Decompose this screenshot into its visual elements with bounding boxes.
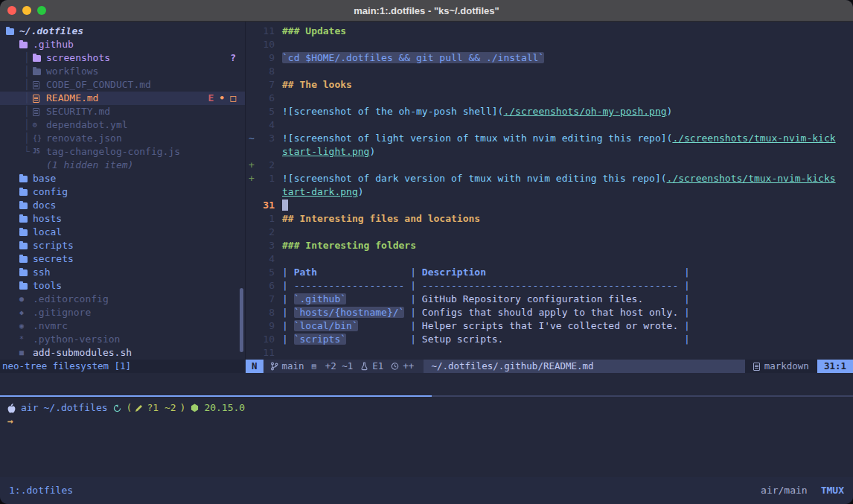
tree-item-renovate-json[interactable]: │{}renovate.json <box>0 132 245 145</box>
line-number: 4 <box>257 252 275 266</box>
shell-pane[interactable]: air ~/.dotfiles (?1 ~2) 20.15.0 → <box>0 397 853 428</box>
editor-line[interactable]: + 1![screenshot of dark version of tmux … <box>246 172 853 185</box>
editor-line[interactable]: start-light.png) <box>246 145 853 159</box>
line-number: 3 <box>257 239 275 252</box>
tree-item-label: workflows <box>46 65 98 78</box>
pencil-icon <box>135 404 143 412</box>
file-tree: ~/.dotfiles.github│screenshots?│workflow… <box>0 22 246 360</box>
tree-guide: └ <box>24 146 33 157</box>
tree-item-base[interactable]: base <box>0 172 245 185</box>
tree-item-label: dependabot.yml <box>46 118 128 132</box>
gutter-sign <box>246 51 257 65</box>
statusline-info: main▤+2 ~1E1++ <box>263 360 424 373</box>
tree-item-label: .editorconfig <box>33 293 109 306</box>
editor-line[interactable]: 11### Updates <box>246 25 853 38</box>
line-text: | `scripts` | Setup scripts. | <box>282 333 853 346</box>
tree-item-docs[interactable]: docs <box>0 199 245 212</box>
editor-line[interactable]: 7## The looks <box>246 78 853 92</box>
folder-open-icon <box>6 28 19 35</box>
editor-line[interactable]: 8| `hosts/{hostname}/` | Configs that sh… <box>246 306 853 319</box>
git-refresh-icon <box>113 404 121 412</box>
folder-icon <box>19 176 33 182</box>
tmux-window-item[interactable]: 1:.dotfiles <box>9 484 73 497</box>
tree-item-dependabot-yml[interactable]: │⚙dependabot.yml <box>0 118 245 132</box>
editor-lines: 11### Updates 10 9`cd $HOME/.dotfiles &&… <box>246 22 853 360</box>
titlebar: main:1:.dotfiles - "ks~/.dotfiles" <box>0 0 853 22</box>
tree-item-readme-md[interactable]: │README.mdE•□ <box>0 92 245 105</box>
editor-line[interactable]: 4 <box>246 252 853 266</box>
tree-item-workflows[interactable]: │workflows <box>0 65 245 78</box>
tree-item-ssh[interactable]: ssh <box>0 266 245 279</box>
line-text <box>282 38 853 51</box>
js-icon: JS <box>33 145 46 159</box>
minimize-button[interactable] <box>22 6 31 15</box>
editor-line[interactable]: 7| `.github` | GitHub Repository configu… <box>246 293 853 306</box>
gutter-sign <box>246 25 257 38</box>
tree-item-dotfiles[interactable]: ~/.dotfiles <box>0 25 245 38</box>
node-icon <box>191 403 199 412</box>
editor-line[interactable]: 6 <box>246 92 853 105</box>
editor-line[interactable]: tart-dark.png) <box>246 185 853 199</box>
tree-item-github[interactable]: .github <box>0 38 245 51</box>
terminal-window: main:1:.dotfiles - "ks~/.dotfiles" ~/.do… <box>0 0 853 504</box>
zoom-button[interactable] <box>37 6 46 15</box>
line-text: tart-dark.png) <box>282 185 853 199</box>
gutter-sign <box>246 252 257 266</box>
gutter-sign: + <box>246 172 257 185</box>
editor-line[interactable]: 5![screenshot of the oh-my-posh shell](.… <box>246 105 853 118</box>
tree-item-nvmrc[interactable]: ◉.nvmrc <box>0 319 245 333</box>
tree-item-security-md[interactable]: │SECURITY.md <box>0 105 245 118</box>
tree-item-tools[interactable]: tools <box>0 279 245 293</box>
editor-line[interactable]: 2 <box>246 226 853 239</box>
editor-line[interactable]: 8 <box>246 65 853 78</box>
editor-line[interactable]: 9| `local/bin` | Helper scripts that I'v… <box>246 319 853 333</box>
tree-item-secrets[interactable]: secrets <box>0 252 245 266</box>
editor-line[interactable]: 1## Interesting files and locations <box>246 212 853 226</box>
editor-line[interactable]: 31 <box>246 199 853 212</box>
line-text <box>282 226 853 239</box>
tree-item-gitignore[interactable]: ◆.gitignore <box>0 306 245 319</box>
line-text: ## The looks <box>282 78 853 92</box>
tree-item-label: hosts <box>33 212 62 226</box>
tree-item-python-version[interactable]: *.python-version <box>0 333 245 346</box>
editor-line[interactable]: + 2 <box>246 159 853 172</box>
tree-item-add-submodules-sh[interactable]: ■add-submodules.sh <box>0 346 245 360</box>
line-number: 1 <box>257 212 275 226</box>
tree-item-screenshots[interactable]: │screenshots? <box>0 51 245 65</box>
asterisk-icon: * <box>19 333 33 346</box>
markdown-file-icon <box>753 363 760 371</box>
tree-item-local[interactable]: local <box>0 226 245 239</box>
tree-item-label: tag-changelog-config.js <box>46 145 180 159</box>
editor-line[interactable]: 6| ------------------- | ---------------… <box>246 279 853 293</box>
close-button[interactable] <box>7 6 16 15</box>
gutter-sign: + <box>246 159 257 172</box>
tree-item-label: README.md <box>46 92 98 105</box>
tree-item-hosts[interactable]: hosts <box>0 212 245 226</box>
editor-line[interactable]: ~ 3![screenshot of light version of tmux… <box>246 132 853 145</box>
mode-indicator: N <box>246 360 263 373</box>
line-text: | ------------------- | ----------------… <box>282 279 853 293</box>
editor-line[interactable]: 5| Path | Description | <box>246 266 853 279</box>
editor-line[interactable]: 3### Interesting folders <box>246 239 853 252</box>
editor-line[interactable]: 4 <box>246 118 853 132</box>
tree-item-config[interactable]: config <box>0 185 245 199</box>
gutter-sign <box>246 92 257 105</box>
statusline-filetype: markdown <box>745 360 817 373</box>
tree-item-tag-changelog-config-js[interactable]: └JStag-changelog-config.js <box>0 145 245 159</box>
editor-line[interactable]: 10 <box>246 38 853 51</box>
tree-item-1-hidden-item[interactable]: (1 hidden item) <box>0 159 245 172</box>
tree-item-label: screenshots <box>46 51 110 65</box>
folder-icon <box>33 55 46 62</box>
tree-item-code-of-conduct-md[interactable]: │CODE_OF_CONDUCT.md <box>0 78 245 92</box>
prompt-arrow: → <box>7 415 853 428</box>
line-number: 2 <box>257 226 275 239</box>
editor-line[interactable]: 11 <box>246 346 853 360</box>
editor-line[interactable]: 10| `scripts` | Setup scripts. | <box>246 333 853 346</box>
tree-item-label: renovate.json <box>46 132 122 145</box>
line-text: ### Updates <box>282 25 853 38</box>
tree-item-scripts[interactable]: scripts <box>0 239 245 252</box>
folder-icon <box>19 243 33 249</box>
editor-line[interactable]: 9`cd $HOME/.dotfiles && git pull && ./in… <box>246 51 853 65</box>
flask-icon <box>360 362 368 371</box>
tree-item-editorconfig[interactable]: ●.editorconfig <box>0 293 245 306</box>
